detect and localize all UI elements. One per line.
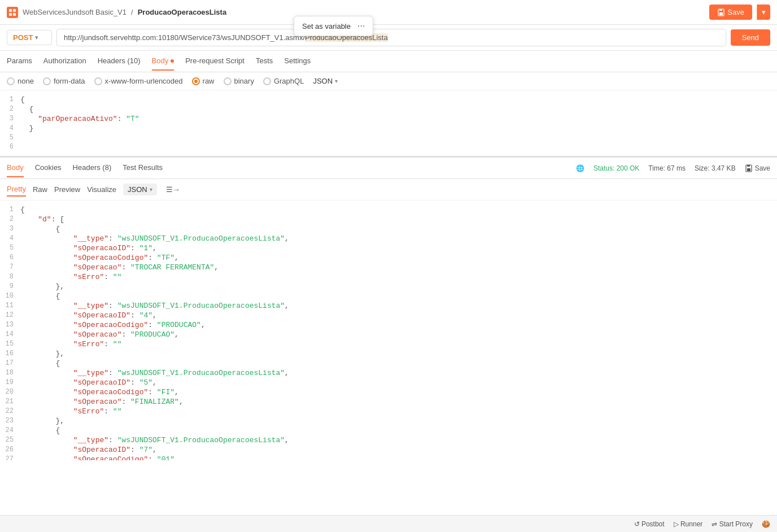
resp-line-12: 12 "sOperacaoID": "4", [0, 311, 777, 320]
response-tab-test-results[interactable]: Test Results [123, 159, 163, 177]
tab-pre-request[interactable]: Pre-request Script [185, 52, 245, 71]
req-line-4: 4 } [0, 124, 777, 133]
tab-headers[interactable]: Headers (10) [98, 52, 141, 71]
method-select[interactable]: POST ▾ [7, 30, 52, 45]
urlencoded-radio [94, 77, 102, 85]
header-bar: WebServicesJundsoft Basic_V1 / ProducaoO… [0, 0, 777, 25]
response-format-bar: Pretty Raw Preview Visualize JSON ▾ ☰→ [0, 179, 777, 200]
resp-line-4: 4 "__type": "wsJUNDSOFT_V1.ProducaoOpera… [0, 234, 777, 243]
footer-bar: ↺ Postbot ▷ Runner ⇌ Start Proxy 🍪 [0, 515, 777, 532]
format-tab-visualize[interactable]: Visualize [87, 183, 116, 196]
send-button[interactable]: Send [731, 29, 770, 46]
resp-line-17: 17 { [0, 359, 777, 368]
method-chevron-icon: ▾ [35, 34, 38, 41]
response-tab-body[interactable]: Body [7, 159, 24, 177]
resp-line-11: 11 "__type": "wsJUNDSOFT_V1.ProducaoOper… [0, 301, 777, 311]
svg-rect-1 [13, 9, 16, 12]
body-option-raw[interactable]: raw [192, 77, 215, 85]
form-data-radio [43, 77, 51, 85]
format-tab-pretty[interactable]: Pretty [7, 182, 26, 197]
body-tab-dot [171, 59, 174, 63]
body-option-binary[interactable]: binary [224, 77, 254, 85]
svg-rect-0 [9, 9, 12, 12]
response-tab-cookies[interactable]: Cookies [35, 159, 62, 177]
response-format-chevron: ▾ [150, 186, 152, 193]
resp-line-9: 9 }, [0, 282, 777, 291]
graphql-radio [263, 77, 271, 85]
save-dropdown-button[interactable]: ▾ [757, 5, 770, 20]
resp-line-24: 24 { [0, 426, 777, 435]
body-option-form-data[interactable]: form-data [43, 77, 85, 85]
resp-line-3: 3 { [0, 224, 777, 234]
svg-rect-9 [747, 165, 750, 167]
time-label: Time: 67 ms [648, 164, 686, 172]
tab-tests[interactable]: Tests [256, 52, 273, 71]
tab-settings[interactable]: Settings [284, 52, 311, 71]
format-selector[interactable]: JSON ▾ [313, 77, 338, 85]
format-chevron-icon: ▾ [335, 78, 338, 84]
svg-rect-2 [9, 13, 12, 16]
cookies-button[interactable]: 🍪 [762, 520, 770, 528]
breadcrumb-separator: / [131, 8, 133, 16]
binary-radio [224, 77, 232, 85]
body-options-bar: none form-data x-www-form-urlencoded raw… [0, 72, 777, 90]
save-button[interactable]: Save [709, 5, 752, 20]
runner-button[interactable]: ▷ Runner [674, 520, 703, 528]
response-tab-headers[interactable]: Headers (8) [73, 159, 112, 177]
resp-line-8: 8 "sErro": "" [0, 272, 777, 282]
url-prefix: http://jundsoft.servehttp.com:10180/WSer… [64, 33, 305, 42]
response-body: 1 { 2 "d": [ 3 { 4 "__type": "wsJUNDSOFT… [0, 200, 777, 460]
resp-line-1: 1 { [0, 205, 777, 215]
response-status-bar: 🌐 Status: 200 OK Time: 67 ms Size: 3.47 … [576, 164, 770, 172]
tab-authorization[interactable]: Authorization [43, 52, 86, 71]
resp-line-19: 19 "sOperacaoID": "5", [0, 378, 777, 387]
raw-radio [192, 77, 200, 85]
req-line-6: 6 [0, 142, 777, 151]
resp-line-26: 26 "sOperacaoID": "7", [0, 445, 777, 455]
resp-line-25: 25 "__type": "wsJUNDSOFT_V1.ProducaoOper… [0, 435, 777, 445]
wrap-lines-icon[interactable]: ☰→ [166, 185, 180, 194]
request-body-editor[interactable]: 1 { 2 { 3 "parOperacaoAtivo": "T" 4 } 5 … [0, 90, 777, 158]
tooltip-popup: Set as variable ··· [294, 16, 373, 36]
resp-line-10: 10 { [0, 291, 777, 301]
tab-body[interactable]: Body [152, 52, 174, 71]
response-format-selector[interactable]: JSON ▾ [123, 184, 157, 195]
req-line-3: 3 "parOperacaoAtivo": "T" [0, 114, 777, 124]
svg-rect-8 [747, 168, 750, 171]
tab-params[interactable]: Params [7, 52, 32, 71]
resp-line-21: 21 "sOperacao": "FINALIZAR", [0, 397, 777, 407]
svg-rect-6 [719, 9, 722, 11]
resp-line-18: 18 "__type": "wsJUNDSOFT_V1.ProducaoOper… [0, 368, 777, 378]
header-left: WebServicesJundsoft Basic_V1 / ProducaoO… [7, 7, 226, 18]
resp-line-23: 23 }, [0, 416, 777, 426]
resp-line-7: 7 "sOperacao": "TROCAR FERRAMENTA", [0, 263, 777, 272]
resp-line-15: 15 "sErro": "" [0, 339, 777, 349]
svg-rect-3 [13, 13, 16, 16]
req-line-1: 1 { [0, 95, 777, 104]
start-proxy-button[interactable]: ⇌ Start Proxy [711, 520, 753, 528]
resp-line-14: 14 "sOperacao": "PRODUCAO", [0, 330, 777, 339]
body-option-none[interactable]: none [7, 77, 34, 85]
response-save-button[interactable]: Save [745, 164, 770, 172]
resp-line-2: 2 "d": [ [0, 215, 777, 224]
req-line-2: 2 { [0, 104, 777, 114]
collection-name: ProducaoOperacoesLista [138, 8, 227, 16]
resp-line-22: 22 "sErro": "" [0, 407, 777, 416]
workspace-label: WebServicesJundsoft Basic_V1 [23, 8, 126, 16]
size-label: Size: 3.47 KB [695, 164, 736, 172]
format-tab-raw[interactable]: Raw [33, 183, 47, 196]
body-option-urlencoded[interactable]: x-www-form-urlencoded [94, 77, 183, 85]
url-display[interactable]: http://jundsoft.servehttp.com:10180/WSer… [56, 29, 726, 46]
set-as-variable-option[interactable]: Set as variable [302, 22, 351, 30]
globe-icon: 🌐 [576, 164, 584, 172]
body-option-graphql[interactable]: GraphQL [263, 77, 304, 85]
resp-line-20: 20 "sOperacaoCodigo": "FI", [0, 387, 777, 397]
more-options-icon[interactable]: ··· [357, 21, 365, 31]
url-bar: POST ▾ http://jundsoft.servehttp.com:101… [0, 25, 777, 51]
resp-line-6: 6 "sOperacaoCodigo": "TF", [0, 253, 777, 263]
postbot-button[interactable]: ↺ Postbot [634, 520, 665, 528]
status-label: Status: 200 OK [593, 164, 639, 172]
request-tabs-bar: Params Authorization Headers (10) Body P… [0, 51, 777, 72]
response-tabs-bar: Body Cookies Headers (8) Test Results 🌐 … [0, 158, 777, 179]
format-tab-preview[interactable]: Preview [54, 183, 80, 196]
